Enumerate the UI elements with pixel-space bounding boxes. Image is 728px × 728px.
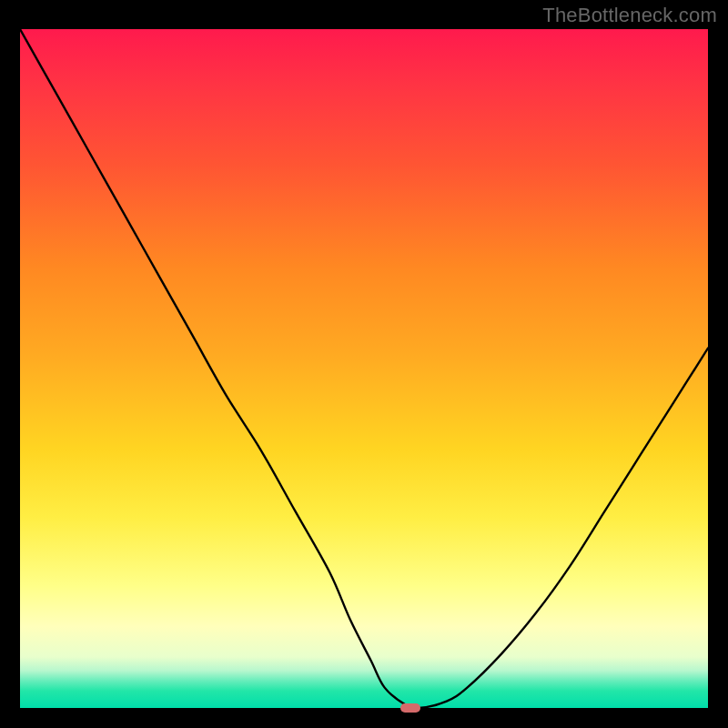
plot-area — [18, 27, 710, 710]
minimum-marker — [400, 703, 420, 713]
chart-frame: TheBottleneck.com — [0, 0, 728, 728]
watermark-text: TheBottleneck.com — [542, 4, 717, 27]
bottleneck-curve — [20, 29, 708, 708]
curve-path — [20, 29, 708, 708]
